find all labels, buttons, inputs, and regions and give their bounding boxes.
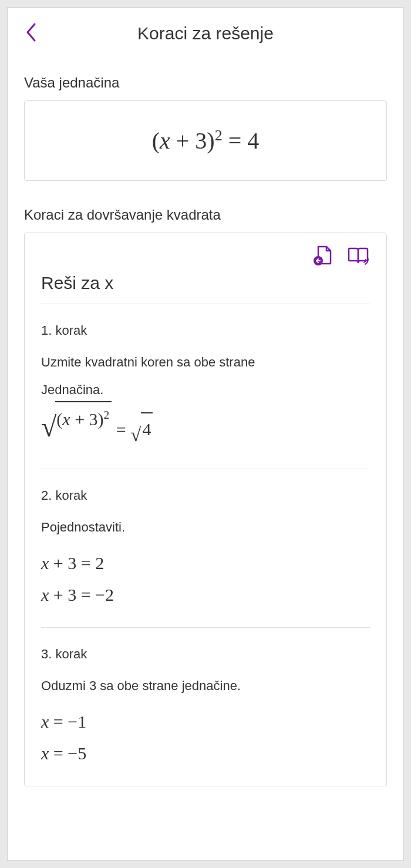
step-2: 2. korak Pojednostaviti. x + 3 = 2 x + 3… <box>41 488 370 628</box>
steps-toolbar <box>41 245 370 268</box>
step-math-line-1: x = −1 <box>41 706 370 738</box>
step-number: 1. korak <box>41 323 370 338</box>
panel-header: Koraci za rešenje <box>24 22 387 45</box>
read-aloud-icon <box>346 245 370 266</box>
steps-section-label: Koraci za dovršavanje kvadrata <box>24 207 387 223</box>
step-number: 3. korak <box>41 647 370 662</box>
equation-box: (x + 3)2 = 4 <box>24 100 387 181</box>
insert-to-page-button[interactable] <box>312 245 332 268</box>
read-aloud-button[interactable] <box>346 245 370 268</box>
step-description: Oduzmi 3 sa obe strane jednačine. <box>41 676 370 695</box>
step-description: Uzmite kvadratni koren sa obe strane <box>41 352 370 372</box>
solution-steps-panel: Koraci za rešenje Vaša jednačina (x + 3)… <box>7 7 404 861</box>
chevron-left-icon <box>24 22 38 43</box>
back-button[interactable] <box>24 22 38 43</box>
your-equation-label: Vaša jednačina <box>24 75 387 91</box>
step-1: 1. korak Uzmite kvadratni koren sa obe s… <box>41 323 370 469</box>
step-description: Pojednostaviti. <box>41 517 370 537</box>
step-number: 2. korak <box>41 488 370 503</box>
step-math-line-1: x + 3 = 2 <box>41 547 370 579</box>
step-3: 3. korak Oduzmi 3 sa obe strane jednačin… <box>41 647 370 769</box>
step-sublabel: Jednačina. <box>41 382 370 398</box>
steps-box: Reši za x 1. korak Uzmite kvadratni kore… <box>24 233 387 786</box>
step-math-line-2: x = −5 <box>41 738 370 769</box>
page-title: Koraci za rešenje <box>137 23 274 43</box>
page-insert-icon <box>312 245 332 266</box>
solve-for-x-title: Reši za x <box>41 273 370 304</box>
equation-display: (x + 3)2 = 4 <box>36 127 375 154</box>
step-math-line-2: x + 3 = −2 <box>41 579 370 611</box>
step-math: √ (x + 3)2 = √ 4 <box>41 401 370 452</box>
